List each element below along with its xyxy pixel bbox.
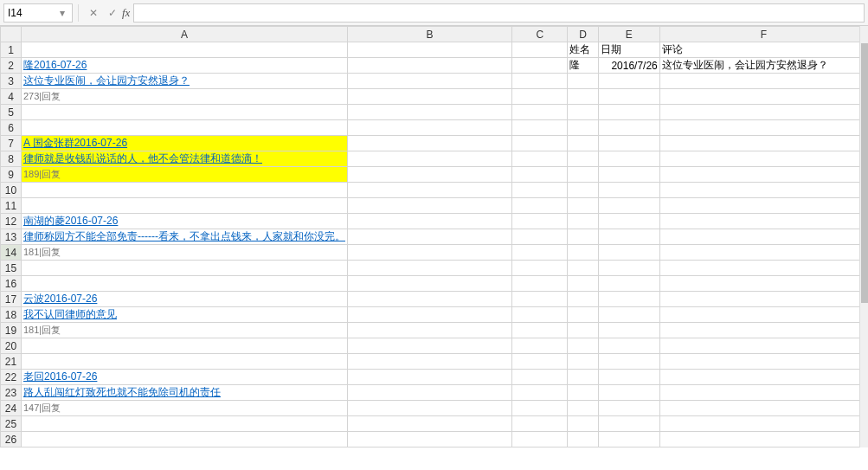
cell[interactable] [598,136,659,151]
row-header[interactable]: 12 [1,214,22,229]
cell[interactable] [347,338,511,354]
cell[interactable] [598,292,659,307]
cell[interactable]: 181|回复 [22,245,348,261]
cell[interactable] [598,261,659,276]
cell[interactable] [659,338,867,354]
cell[interactable] [568,261,598,276]
cell[interactable] [512,198,568,214]
cell[interactable] [598,323,659,338]
cell[interactable] [512,276,568,292]
cell[interactable] [659,74,867,89]
cell[interactable] [659,292,867,307]
cell[interactable]: 日期 [598,42,659,58]
vertical-scrollbar[interactable] [859,26,868,447]
cell[interactable] [568,120,598,136]
cell[interactable] [598,167,659,183]
cell[interactable]: 这位专业医闹，会让园方安然退身？ [659,58,867,74]
cell[interactable] [568,432,598,447]
cell[interactable]: 老回2016-07-26 [22,370,348,385]
formula-cancel-button[interactable]: ✕ [84,3,103,23]
column-header-D[interactable]: D [568,27,598,42]
cell[interactable] [22,42,348,58]
row-header[interactable]: 20 [1,338,22,354]
cell[interactable] [347,136,511,151]
cell[interactable] [659,307,867,323]
cell[interactable] [512,183,568,198]
row-header[interactable]: 19 [1,323,22,338]
cell[interactable]: 这位专业医闹，会让园方安然退身？ [22,74,348,89]
row-header[interactable]: 21 [1,354,22,370]
cell[interactable]: 律师就是收钱乱说话的人，他不会管法律和道德滴！ [22,151,348,167]
cell[interactable] [598,74,659,89]
cell[interactable] [347,120,511,136]
cell[interactable] [659,354,867,370]
row-header[interactable]: 15 [1,261,22,276]
cell[interactable] [659,261,867,276]
cell[interactable] [598,276,659,292]
cell[interactable] [568,401,598,416]
cell[interactable] [568,292,598,307]
cell[interactable] [512,354,568,370]
cell[interactable] [568,276,598,292]
cell[interactable] [512,120,568,136]
name-box[interactable]: I14 ▾ [3,3,73,23]
column-header-A[interactable]: A [22,27,348,42]
cell[interactable]: 147|回复 [22,401,348,416]
cell[interactable] [22,183,348,198]
row-header[interactable]: 11 [1,198,22,214]
cell[interactable] [512,58,568,74]
cell[interactable] [659,198,867,214]
cell[interactable] [512,323,568,338]
cell[interactable] [598,338,659,354]
cell[interactable] [598,229,659,245]
cell[interactable]: 南湖的菱2016-07-26 [22,214,348,229]
cell[interactable] [347,261,511,276]
cell[interactable] [22,261,348,276]
cell[interactable]: A 国金张群2016-07-26 [22,136,348,151]
cell[interactable] [568,307,598,323]
cell[interactable]: 273|回复 [22,89,348,105]
cell[interactable] [22,416,348,432]
cell[interactable] [512,245,568,261]
cell[interactable] [512,401,568,416]
cell[interactable]: 189|回复 [22,167,348,183]
cell[interactable] [347,151,511,167]
cell[interactable] [512,151,568,167]
cell[interactable] [347,74,511,89]
row-header[interactable]: 2 [1,58,22,74]
cell[interactable] [347,89,511,105]
row-header[interactable]: 3 [1,74,22,89]
spreadsheet-grid[interactable]: ABCDEF1姓名日期评论2隆2016-07-26隆2016/7/26这位专业医… [0,26,868,447]
row-header[interactable]: 8 [1,151,22,167]
cell[interactable] [598,183,659,198]
name-box-dropdown-icon[interactable]: ▾ [56,5,68,21]
row-header[interactable]: 13 [1,229,22,245]
cell[interactable] [568,338,598,354]
cell[interactable] [568,416,598,432]
cell[interactable] [598,385,659,401]
cell[interactable] [568,136,598,151]
row-header[interactable]: 18 [1,307,22,323]
cell[interactable] [568,354,598,370]
select-all-corner[interactable] [1,27,22,42]
cell[interactable] [598,416,659,432]
cell[interactable] [568,183,598,198]
row-header[interactable]: 9 [1,167,22,183]
cell[interactable] [512,385,568,401]
cell[interactable] [512,42,568,58]
row-header[interactable]: 5 [1,105,22,120]
cell[interactable] [512,370,568,385]
cell[interactable] [347,42,511,58]
cell[interactable] [659,401,867,416]
cell[interactable] [659,432,867,447]
cell[interactable] [659,120,867,136]
row-header[interactable]: 23 [1,385,22,401]
cell[interactable] [347,229,511,245]
cell[interactable] [512,74,568,89]
cell[interactable] [512,416,568,432]
cell[interactable] [659,385,867,401]
cell[interactable] [347,432,511,447]
column-header-F[interactable]: F [659,27,867,42]
cell[interactable] [347,245,511,261]
cell[interactable] [598,105,659,120]
